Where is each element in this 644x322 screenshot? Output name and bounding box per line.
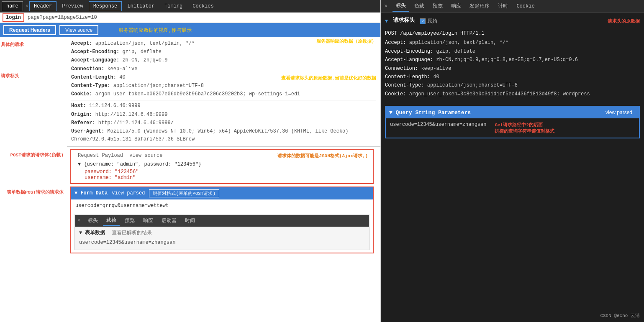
nested-tab-response[interactable]: 响应 — [140, 216, 157, 225]
payload-view-source[interactable]: view source — [129, 153, 162, 158]
tab-response[interactable]: Response — [89, 1, 122, 11]
right-header-content-type: Content-Type: application/json;charset=U… — [385, 81, 640, 89]
right-tab-payload[interactable]: 负载 — [411, 1, 428, 11]
header-host: Host: 112.124.6.46:9999 — [71, 102, 376, 110]
right-request-headers-section: ▼ 请求标头 ✓ 原始 请求头的原数据 POST /api/employee/l… — [381, 13, 644, 102]
nested-tab-timing[interactable]: 时间 — [182, 216, 198, 225]
qs-title: ▼ Query String Parameters — [389, 110, 471, 116]
payload-box: Request Payload view source 请求体的数据可能是JSO… — [70, 149, 374, 184]
formdata-title: ▼ Form Data — [74, 190, 108, 196]
header-referer: Referer: http://112.124.6.46:9999/ — [71, 119, 376, 127]
right-header-cookie: Cookie: argon_user_token=3c8e3e0c3d1d1cf… — [385, 90, 640, 98]
nested-tab-header[interactable]: 标头 — [85, 216, 101, 225]
payload-title: Request Payload view source 请求体的数据可能是JSO… — [74, 153, 369, 158]
tab-close-icon[interactable]: × — [26, 3, 28, 9]
nested-tab-initiator[interactable]: 启动器 — [158, 216, 180, 225]
nested-close[interactable]: × — [77, 218, 80, 224]
annotation-request-raw: 请求头的原数据 — [608, 18, 640, 26]
annotation-left-header: 请求标头 — [1, 73, 24, 79]
sub-url-entry: page?page=1&pageSize=10 — [28, 15, 97, 20]
headers-section: Accept: application/json, text/plain, */… — [67, 37, 380, 147]
annotation-formdata-left: 表单数据POST请求的请求体 — [1, 189, 64, 195]
csdn-watermark: CSDN @echo 云清 — [600, 312, 640, 319]
payload-username-line: username: "admin" — [74, 175, 369, 181]
nested-tabbar: × 标头 载荷 预览 响应 启动器 时间 — [75, 215, 369, 227]
header-accept-language: Accept-Language: zh-CN, zh;q=0.9 — [71, 56, 376, 64]
right-header-accept: Accept: application/json, text/plain, */… — [385, 38, 640, 47]
tab-header[interactable]: Header — [29, 1, 56, 11]
right-url-line: POST /api/employee/login HTTP/1.1 — [385, 29, 640, 38]
qs-data: usercode=12345&username=zhangsan — [390, 122, 486, 128]
login-entry[interactable]: login — [3, 13, 24, 22]
formdata-header: ▼ Form Data view parsed 键值对格式(表单的POST请求) — [71, 187, 373, 199]
annotation-server-view: 服务器响应数据的视图,便与展示 — [118, 27, 192, 34]
left-tab-bar: name × Header Preview Response Initiator… — [0, 0, 380, 13]
qs-content: usercode=12345&username=zhangsan Get请求路径… — [386, 118, 639, 138]
header-origin: Origin: http://112.124.6.46:9999 — [71, 111, 376, 119]
tab-preview[interactable]: Preview — [57, 1, 87, 11]
right-header-accept-language: Accept-Language: zh-CN,zh;q=0.9,en;q=0.8… — [385, 56, 640, 64]
qs-header: ▼ Query String Parameters view parsed — [386, 107, 639, 118]
header-accept: Accept: application/json, text/plain, */… — [71, 40, 376, 48]
nested-tab-payload[interactable]: 载荷 — [103, 215, 120, 226]
annotation-payload-right: 请求体的数据可能是JSON格式(Ajax请求,) — [277, 153, 368, 159]
right-tab-timing[interactable]: 计时 — [495, 1, 511, 11]
formdata-view-parsed[interactable]: view parsed — [112, 190, 145, 196]
formdata-box: ▼ Form Data view parsed 键值对格式(表单的POST请求)… — [70, 187, 374, 253]
tab-initiator[interactable]: Initiator — [123, 1, 159, 11]
header-user-agent: User-Agent: Mozilla/5.0 (Windows NT 10.0… — [71, 128, 376, 143]
annotation-payload-left: POST请求的请求体(负载) — [1, 152, 64, 158]
query-string-section: ▼ Query String Parameters view parsed us… — [385, 106, 640, 138]
nested-section-title: ▼ 表单数据 查看已解析的结果 — [79, 229, 365, 236]
right-tab-header[interactable]: 标头 — [393, 0, 409, 12]
view-source-button[interactable]: View source — [59, 25, 98, 35]
right-header-accept-encoding: Accept-Encoding: gzip, deflate — [385, 47, 640, 56]
formdata-content: usercode=qrrqw&username=wettewt — [71, 199, 373, 212]
nested-content: ▼ 表单数据 查看已解析的结果 usercode=12345&username=… — [75, 227, 369, 250]
right-tab-response[interactable]: 响应 — [448, 1, 464, 11]
nested-data: usercode=12345&username=zhangsan — [79, 238, 365, 247]
qs-view-parsed-button[interactable]: view parsed — [602, 109, 636, 116]
header-toolbar: Request Headers View source 服务器响应数据的视图,便… — [0, 23, 380, 37]
qs-annotation: Get请求路径中?的后面 拼接的查询字符串键值对格式 — [495, 122, 554, 134]
tab-name[interactable]: name — [2, 1, 23, 11]
right-request-headers-title: 请求标头 — [393, 16, 415, 25]
payload-password-line: password: "123456" — [74, 169, 369, 175]
right-tab-preview[interactable]: 预览 — [429, 1, 446, 11]
header-cookie: Cookie: argon_user_token=b06207e06db9e3b… — [71, 90, 376, 98]
right-close-icon[interactable]: × — [384, 3, 387, 10]
annotation-left-request: 具体的请求 — [1, 41, 24, 48]
header-accept-encoding: Accept-Encoding: gzip, deflate — [71, 48, 376, 56]
right-checkbox[interactable]: ✓ — [420, 18, 426, 24]
right-checkbox-text: 原始 — [427, 17, 437, 26]
right-checkbox-wrapper: ✓ 原始 — [420, 17, 437, 26]
tab-cookies[interactable]: Cookies — [188, 1, 218, 11]
right-tab-initiator[interactable]: 发起程序 — [466, 1, 493, 11]
tab-timing[interactable]: Timing — [160, 1, 187, 11]
nested-devtools: × 标头 载荷 预览 响应 启动器 时间 ▼ 表单数据 查看已解析的结果 — [74, 215, 369, 250]
payload-json-line: ▼ {username: "admin", password: "123456"… — [74, 160, 369, 169]
right-tab-bar: × 标头 负载 预览 响应 发起程序 计时 Cookie — [381, 0, 644, 13]
right-header-content-length: Content-Length: 40 — [385, 73, 640, 81]
right-tab-cookie[interactable]: Cookie — [513, 2, 538, 11]
header-content-length: Content-Length: 40 — [71, 74, 376, 82]
formdata-badge: 键值对格式(表单的POST请求) — [149, 189, 219, 197]
request-headers-button[interactable]: Request Headers — [3, 25, 56, 35]
nested-section-link[interactable]: 查看已解析的结果 — [112, 230, 152, 236]
right-header-connection: Connection: keep-alive — [385, 64, 640, 73]
header-connection: Connection: keep-alive — [71, 65, 376, 73]
header-content-type: Content-Type: application/json;charset=U… — [71, 82, 376, 90]
nested-tab-preview[interactable]: 预览 — [121, 216, 138, 225]
